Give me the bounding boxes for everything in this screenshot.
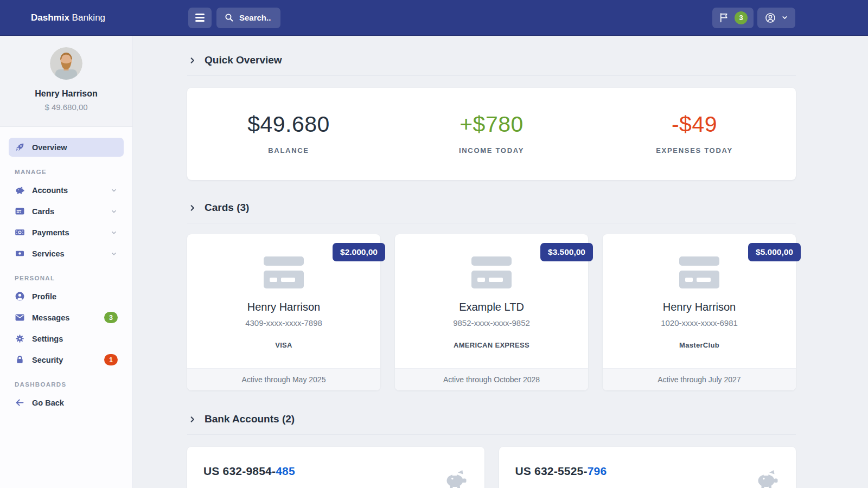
sidebar-item-go-back[interactable]: Go Back: [9, 393, 124, 412]
piggy-bank-icon: [15, 185, 25, 195]
sidebar-item-accounts[interactable]: Accounts: [9, 181, 124, 200]
piggy-bank-icon: [756, 468, 780, 488]
arrow-left-icon: [15, 397, 25, 408]
sidebar-item-label: Profile: [32, 292, 56, 301]
stat-value: $49.680: [187, 112, 390, 137]
search-label: Search..: [239, 13, 271, 22]
hamburger-icon: [195, 14, 205, 15]
user-menu-button[interactable]: [757, 8, 795, 28]
search-icon: [225, 13, 234, 22]
stat-expenses: -$49 EXPENSES TODAY: [593, 112, 796, 155]
card-brand: AMERICAN EXPRESS: [395, 341, 588, 349]
user-balance: $ 49.680,00: [0, 102, 132, 112]
flag-icon: [718, 12, 730, 23]
rocket-icon: [15, 142, 25, 152]
sidebar-item-label: Go Back: [32, 399, 64, 407]
account-number: US 632-9854-485: [203, 462, 295, 478]
chevron-down-icon: [110, 187, 118, 194]
cash-icon: [15, 248, 25, 259]
sidebar-item-messages[interactable]: Messages 3: [9, 308, 124, 327]
sidebar-item-overview[interactable]: Overview: [9, 138, 124, 157]
sidebar: Henry Harrison $ 49.680,00 Overview MANA…: [0, 36, 133, 488]
user-name: Henry Harrison: [0, 89, 132, 99]
envelope-icon: [15, 312, 25, 323]
account-number-suffix: 796: [588, 465, 607, 477]
sidebar-item-payments[interactable]: Payments: [9, 223, 124, 242]
section-header: Quick Overview: [187, 54, 796, 76]
sidebar-item-services[interactable]: Services: [9, 244, 124, 263]
section-header: Bank Accounts (2): [187, 413, 796, 435]
section-header: Cards (3): [187, 202, 796, 223]
card-amount-badge: $2.000,00: [333, 243, 385, 261]
stat-income: +$780 INCOME TODAY: [390, 112, 593, 155]
sidebar-item-security[interactable]: Security 1: [9, 350, 124, 369]
stat-label: BALANCE: [187, 146, 390, 155]
cards-grid: $2.000,00 Henry Harrison 4309-xxxx-xxxx-…: [187, 234, 796, 390]
money-bill-icon: [15, 227, 25, 237]
user-circle-icon: [764, 12, 776, 24]
main-content: Quick Overview $49.680 BALANCE +$780 INC…: [133, 36, 868, 488]
piggy-bank-icon: [444, 468, 468, 488]
sidebar-section-dashboards: DASHBOARDS: [9, 371, 124, 393]
chevron-down-icon: [110, 208, 118, 215]
bank-account-card[interactable]: US 632-5525-796: [499, 447, 796, 488]
credit-card-graphic: [471, 256, 512, 288]
sidebar-item-settings[interactable]: Settings: [9, 329, 124, 348]
sidebar-item-label: Accounts: [32, 186, 68, 195]
sidebar-item-label: Payments: [32, 228, 69, 237]
sidebar-item-profile[interactable]: Profile: [9, 287, 124, 306]
card-amount-badge: $3.500,00: [540, 243, 593, 261]
stat-value: -$49: [593, 112, 796, 137]
account-number-prefix: US 632-5525-: [515, 465, 588, 477]
gear-icon: [15, 333, 25, 344]
app-logo[interactable]: Dashmix Banking: [0, 12, 133, 23]
card-number: 9852-xxxx-xxxx-9852: [395, 318, 588, 328]
stat-label: EXPENSES TODAY: [593, 146, 796, 155]
user-circle-icon: [15, 291, 25, 301]
section-title: Cards (3): [205, 202, 249, 214]
sidebar-toggle-button[interactable]: [188, 8, 212, 28]
top-navbar: Dashmix Banking Search.. 3: [0, 0, 868, 36]
security-count-badge: 1: [104, 354, 118, 365]
stats-card: $49.680 BALANCE +$780 INCOME TODAY -$49 …: [187, 88, 796, 180]
brand-regular: Banking: [72, 12, 105, 23]
lock-icon: [15, 355, 25, 365]
sidebar-profile: Henry Harrison $ 49.680,00: [0, 36, 132, 127]
sidebar-section-personal: PERSONAL: [9, 265, 124, 287]
chevron-down-icon: [110, 250, 118, 258]
account-number-prefix: US 632-9854-: [203, 465, 276, 477]
account-number-suffix: 485: [276, 465, 295, 477]
stat-label: INCOME TODAY: [390, 146, 593, 155]
credit-card-tile[interactable]: $2.000,00 Henry Harrison 4309-xxxx-xxxx-…: [187, 234, 380, 390]
sidebar-item-label: Overview: [32, 143, 67, 152]
card-active-through: Active through October 2028: [395, 368, 588, 390]
credit-card-graphic: [264, 256, 304, 288]
card-brand: VISA: [187, 341, 380, 349]
chevron-right-icon: [188, 56, 196, 65]
credit-card-tile[interactable]: $3.500,00 Example LTD 9852-xxxx-xxxx-985…: [395, 234, 588, 390]
credit-card-tile[interactable]: $5.000,00 Henry Harrison 1020-xxxx-xxxx-…: [603, 234, 796, 390]
notifications-button[interactable]: 3: [712, 8, 754, 28]
bank-account-card[interactable]: US 632-9854-485: [187, 447, 484, 488]
sidebar-item-label: Settings: [32, 335, 63, 343]
section-title: Quick Overview: [205, 54, 282, 66]
section-title: Bank Accounts (2): [205, 413, 295, 425]
avatar[interactable]: [50, 47, 82, 80]
bank-accounts-section: Bank Accounts (2) US 632-9854-485 US 632…: [187, 413, 796, 488]
notifications-count-badge: 3: [735, 11, 748, 24]
sidebar-item-label: Messages: [32, 313, 69, 322]
card-holder: Example LTD: [395, 301, 588, 313]
sidebar-section-manage: MANAGE: [9, 159, 124, 181]
chevron-right-icon: [188, 204, 196, 212]
card-holder: Henry Harrison: [603, 301, 796, 313]
sidebar-item-cards[interactable]: Cards: [9, 202, 124, 221]
chevron-right-icon: [188, 415, 196, 423]
quick-overview-section: Quick Overview $49.680 BALANCE +$780 INC…: [187, 54, 796, 180]
sidebar-nav: Overview MANAGE Accounts Cards Payments: [0, 127, 132, 412]
stat-value: +$780: [390, 112, 593, 137]
credit-card-graphic: [679, 256, 719, 288]
search-button[interactable]: Search..: [216, 8, 280, 28]
card-brand: MasterClub: [603, 341, 796, 349]
messages-count-badge: 3: [104, 312, 118, 323]
card-number: 1020-xxxx-xxxx-6981: [603, 318, 796, 328]
